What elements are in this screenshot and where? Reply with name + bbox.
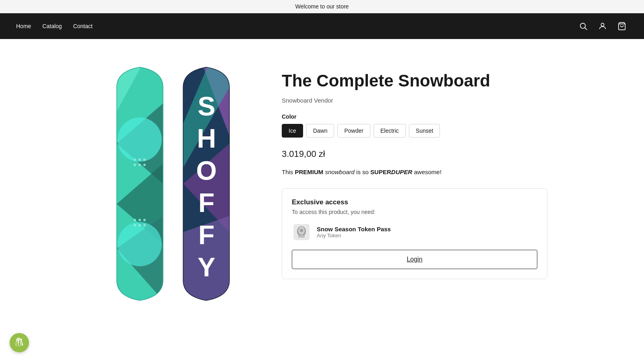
svg-point-17 — [134, 219, 136, 221]
site-header: Home Catalog Contact — [0, 13, 644, 39]
color-dawn[interactable]: Dawn — [306, 124, 334, 138]
svg-point-20 — [134, 224, 136, 226]
svg-text:F: F — [198, 188, 214, 218]
main-nav: Home Catalog Contact — [16, 23, 93, 29]
color-options: Ice Dawn Powder Electric Sunset — [282, 124, 547, 138]
color-ice[interactable]: Ice — [282, 124, 303, 138]
color-sunset[interactable]: Sunset — [409, 124, 440, 138]
desc-mid: is so — [355, 169, 370, 175]
product-description: This PREMIUM snowboard is so SUPERDUPER … — [282, 167, 547, 177]
desc-suffix: awesome! — [412, 169, 442, 175]
account-icon — [598, 22, 607, 31]
nav-home[interactable]: Home — [16, 23, 31, 29]
announcement-bar: Welcome to our store — [0, 0, 644, 13]
desc-super: SUPER — [370, 169, 391, 175]
token-name: Snow Season Token Pass — [317, 226, 391, 232]
svg-point-14 — [134, 164, 136, 166]
exclusive-access-card: Exclusive access To access this product,… — [282, 188, 547, 279]
svg-text:F: F — [198, 220, 214, 250]
snowboard-visual: S H O F F Y — [109, 63, 237, 304]
nav-contact[interactable]: Contact — [73, 23, 93, 29]
desc-italic: snowboard — [323, 169, 355, 175]
token-icon — [292, 222, 311, 242]
desc-duper: DUPER — [391, 169, 413, 175]
exclusive-title: Exclusive access — [292, 198, 537, 206]
svg-point-16 — [143, 164, 146, 166]
snowboard-right: S H O F F Y — [175, 63, 237, 304]
svg-point-13 — [143, 158, 146, 161]
svg-text:S: S — [198, 91, 215, 121]
search-button[interactable] — [577, 20, 589, 32]
color-label: Color — [282, 113, 547, 120]
login-button[interactable]: Login — [292, 250, 537, 269]
search-icon — [579, 22, 588, 31]
token-type: Any Token — [317, 232, 391, 239]
svg-point-18 — [138, 219, 141, 221]
svg-point-19 — [143, 219, 146, 221]
svg-point-21 — [138, 224, 141, 226]
product-images: S H O F F Y — [97, 63, 250, 304]
nav-catalog[interactable]: Catalog — [42, 23, 62, 29]
snowboard-left — [109, 63, 171, 304]
svg-rect-38 — [298, 235, 305, 238]
token-info: Snow Season Token Pass Any Token — [317, 226, 391, 239]
svg-point-9 — [118, 222, 162, 266]
announcement-text: Welcome to our store — [295, 3, 349, 10]
svg-point-11 — [134, 158, 136, 161]
account-button[interactable] — [597, 20, 609, 32]
product-vendor: Snowboard Vendor — [282, 97, 547, 104]
product-price: 3.019,00 zł — [282, 149, 547, 159]
product-title: The Complete Snowboard — [282, 71, 547, 90]
header-icons — [577, 20, 628, 32]
svg-point-2 — [601, 23, 604, 26]
svg-text:O: O — [196, 156, 216, 185]
page-content: S H O F F Y The Complete Snowboard Snowb… — [80, 39, 564, 329]
svg-text:Y: Y — [198, 252, 215, 282]
svg-point-0 — [580, 23, 586, 29]
exclusive-subtitle: To access this product, you need: — [292, 209, 537, 215]
desc-premium: PREMIUM — [295, 169, 324, 175]
color-electric[interactable]: Electric — [374, 124, 406, 138]
svg-point-8 — [118, 117, 162, 162]
svg-line-1 — [585, 28, 587, 30]
token-row: Snow Season Token Pass Any Token — [292, 222, 537, 242]
product-info: The Complete Snowboard Snowboard Vendor … — [282, 63, 547, 279]
cart-icon — [617, 22, 626, 31]
desc-prefix: This — [282, 169, 295, 175]
cart-button[interactable] — [616, 20, 628, 32]
color-powder[interactable]: Powder — [337, 124, 370, 138]
svg-text:H: H — [197, 123, 215, 153]
svg-point-12 — [138, 158, 141, 161]
svg-point-22 — [143, 224, 146, 226]
svg-point-15 — [138, 164, 141, 166]
svg-point-37 — [300, 229, 303, 232]
